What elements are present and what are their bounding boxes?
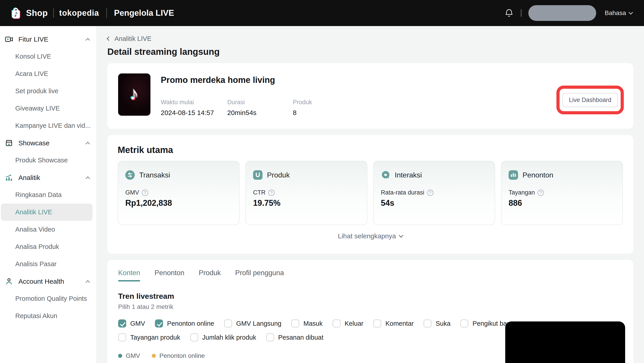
sidebar-item-reputasi-akun[interactable]: Reputasi Akun (0, 307, 96, 324)
stream-thumbnail: ♪ (118, 74, 150, 116)
sidebar-item-ringkasan-data[interactable]: Ringkasan Data (0, 186, 96, 203)
metric-label: GMV (125, 189, 139, 196)
tab-produk[interactable]: Produk (199, 269, 221, 281)
sidebar-section-showcase[interactable]: Showcase (0, 134, 96, 152)
metric-category: Produk (267, 171, 290, 179)
breadcrumb-label: Analitik LIVE (114, 35, 151, 43)
checkbox-box (118, 319, 126, 327)
key-metrics-card: Metrik utama Transaksi GMV ? Rp1,202,838 (107, 135, 633, 254)
field-value: 8 (293, 109, 358, 117)
notifications-bell-icon[interactable] (504, 8, 514, 18)
sidebar-section-fitur-live[interactable]: Fitur LIVE (0, 31, 96, 48)
shop-logo[interactable]: ♪ Shop tokopedia (10, 6, 99, 20)
metric-card-transaksi: Transaksi GMV ? Rp1,202,838 (118, 161, 240, 225)
sidebar-section-label: Account Health (18, 278, 64, 285)
stream-info-card: ♪ Promo merdeka home living Waktu mulai … (107, 63, 633, 129)
metric-label: Rata-rata durasi (381, 189, 424, 196)
checkbox-pengikut-baru[interactable]: Pengikut baru (460, 319, 513, 327)
checkbox-suka[interactable]: Suka (424, 319, 450, 327)
checkbox-box (424, 319, 432, 327)
checkbox-box (190, 333, 198, 341)
header-divider (106, 8, 107, 18)
help-icon[interactable]: ? (427, 190, 434, 196)
metric-value: 886 (508, 198, 615, 208)
tab-penonton[interactable]: Penonton (154, 269, 184, 281)
checkbox-masuk[interactable]: Masuk (291, 319, 322, 327)
checkbox-keluar[interactable]: Keluar (332, 319, 364, 327)
tab-profil-pengguna[interactable]: Profil pengguna (235, 269, 284, 281)
checkbox-gmv[interactable]: GMV (118, 319, 145, 327)
checkbox-box (291, 319, 299, 327)
checkbox-pesanan-dibuat[interactable]: Pesanan dibuat (266, 333, 324, 341)
help-icon[interactable]: ? (142, 190, 148, 196)
sidebar-item-acara-live[interactable]: Acara LIVE (0, 65, 96, 83)
metric-card-produk: Produk CTR ? 19.75% (246, 161, 367, 225)
legend-label: Penonton online (160, 352, 205, 359)
tab-bar: Konten Penonton Produk Profil pengguna (118, 269, 622, 281)
checkbox-label: Penonton online (167, 320, 214, 327)
sidebar-item-analitik-live[interactable]: Analitik LIVE (1, 203, 92, 221)
person-icon (5, 277, 13, 285)
live-dashboard-button[interactable]: Live Dashboard (562, 93, 618, 107)
breadcrumb[interactable]: Analitik LIVE (107, 34, 633, 43)
shopping-bag-icon (253, 170, 262, 180)
field-label: Waktu mulai (161, 99, 227, 106)
sidebar-item-kampanye-live[interactable]: Kampanye LIVE dan vid... (0, 117, 96, 134)
tiktok-note-icon: ♪ (130, 83, 138, 104)
checkbox-box (224, 319, 232, 327)
checkbox-penonton-online[interactable]: Penonton online (155, 319, 214, 327)
field-label: Produk (293, 99, 358, 106)
checkbox-gmv-langsung[interactable]: GMV Langsung (224, 319, 282, 327)
sidebar-item-konsol-live[interactable]: Konsol LIVE (0, 48, 96, 65)
language-label: Bahasa (605, 10, 626, 17)
metric-value: 54s (381, 198, 488, 208)
top-header: ♪ Shop tokopedia Pengelola LIVE Bahasa (0, 0, 644, 26)
stream-field-start-time: Waktu mulai 2024-08-15 14:57 (161, 99, 227, 117)
sidebar-section-analitik[interactable]: Analitik (0, 169, 96, 186)
help-icon[interactable]: ? (538, 190, 544, 196)
tab-konten[interactable]: Konten (118, 269, 140, 281)
show-more-label: Lihat selengkapnya (338, 232, 396, 240)
sidebar-section-label: Showcase (18, 139, 50, 147)
checkbox-label: Keluar (345, 320, 364, 327)
show-more-link[interactable]: Lihat selengkapnya (118, 232, 623, 240)
checkbox-komentar[interactable]: Komentar (373, 319, 414, 327)
sidebar-item-giveaway-live[interactable]: Giveaway LIVE (0, 100, 96, 117)
bar-chart-icon (508, 170, 518, 180)
page-title: Detail streaming langsung (107, 47, 633, 57)
sidebar-item-promotion-quality-points[interactable]: Promotion Quality Points (0, 290, 96, 307)
chat-heart-icon (381, 170, 390, 180)
metric-category: Transaksi (139, 171, 170, 179)
sidebar-section-label: Fitur LIVE (18, 36, 48, 43)
sidebar-section-account-health[interactable]: Account Health (0, 273, 96, 290)
checkbox-tayangan-produk[interactable]: Tayangan produk (118, 333, 180, 341)
checkbox-label: Suka (436, 320, 450, 327)
app-title: Pengelola LIVE (114, 8, 174, 18)
checkbox-label: Tayangan produk (130, 334, 180, 341)
checkbox-label: Jumlah klik produk (202, 334, 256, 341)
sidebar-item-produk-showcase[interactable]: Produk Showcase (0, 152, 96, 169)
checkbox-box (460, 319, 468, 327)
header-divider (53, 8, 54, 18)
help-icon[interactable]: ? (268, 190, 274, 196)
sidebar-item-analisis-pasar[interactable]: Analisis Pasar (0, 255, 96, 273)
checkbox-box (118, 333, 126, 341)
language-selector[interactable]: Bahasa (605, 10, 632, 17)
live-camera-icon (5, 35, 13, 43)
metric-value: Rp1,202,838 (125, 198, 232, 208)
chevron-left-icon (107, 36, 111, 41)
metric-category: Penonton (522, 171, 553, 179)
metric-card-interaksi: Interaksi Rata-rata durasi ? 54s (373, 161, 495, 225)
checkbox-jumlah-klik-produk[interactable]: Jumlah klik produk (190, 333, 256, 341)
checkbox-label: GMV (130, 320, 145, 327)
sidebar-item-analisa-video[interactable]: Analisa Video (0, 221, 96, 238)
legend-dot-gmv (118, 354, 122, 358)
sidebar-item-set-produk-live[interactable]: Set produk live (0, 83, 96, 100)
chevron-up-icon (86, 142, 90, 146)
checkbox-label: Masuk (303, 320, 322, 327)
account-pill[interactable] (528, 5, 596, 21)
sidebar-item-analisa-produk[interactable]: Analisa Produk (0, 238, 96, 255)
analytics-chart-icon (5, 174, 13, 182)
main-content: Analitik LIVE Detail streaming langsung … (96, 26, 644, 363)
metric-label: Tayangan (508, 189, 535, 196)
